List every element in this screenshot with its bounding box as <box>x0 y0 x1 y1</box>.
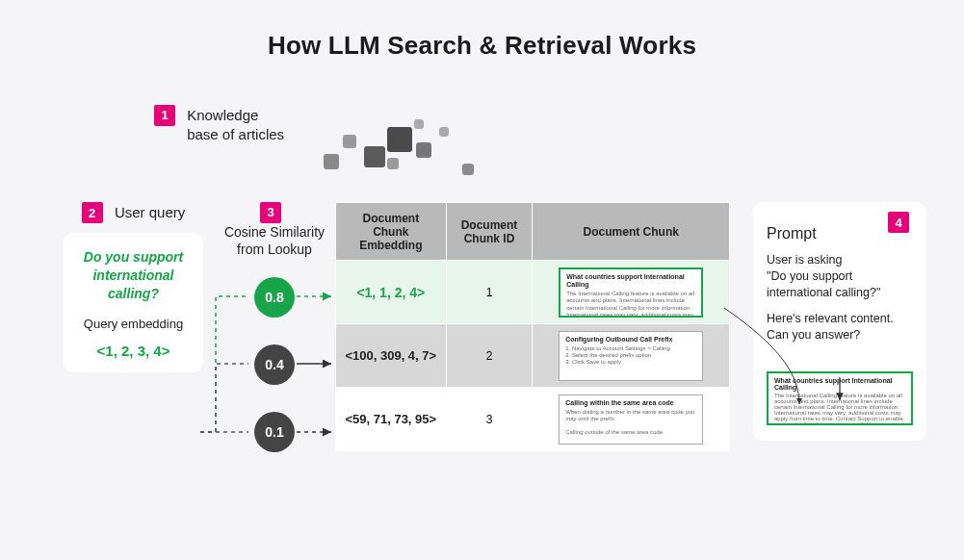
badge-2-icon: 2 <box>82 202 103 223</box>
row1-embedding: <1, 1, 2, 4> <box>356 285 425 300</box>
user-query-label: User query <box>115 204 185 220</box>
user-query-card: Do you support international calling? Qu… <box>64 233 203 372</box>
kb-square-icon <box>343 135 356 148</box>
document-chunk-table: Document Chunk Embedding Document Chunk … <box>335 202 730 451</box>
query-embedding-label: Query embedding <box>73 317 194 331</box>
row3-embedding: <59, 71, 73, 95> <box>345 412 436 426</box>
user-query-block: 2 User query Do you support internationa… <box>64 202 203 372</box>
kb-line2: base of articles <box>187 126 284 142</box>
row2-embedding: <100, 309, 4, 7> <box>345 348 436 363</box>
doc1-title: What countries support International Cal… <box>566 273 695 290</box>
kb-square-icon <box>387 127 412 152</box>
doc2-title: Configuring Outbound Call Prefix <box>565 336 696 344</box>
cosine-similarity-block: 3 Cosine Similarity from Lookup 0.8 0.4 … <box>217 202 332 452</box>
kb-square-icon <box>416 142 431 158</box>
col-id: Document Chunk ID <box>446 203 533 261</box>
table-row: <100, 309, 4, 7> 2 Configuring Outbound … <box>336 324 730 388</box>
badge-4-icon: 4 <box>888 212 909 233</box>
doc-filler: The International Calling feature is ava… <box>566 291 695 317</box>
prompt-line1: User is asking <box>767 253 843 267</box>
kb-square-icon <box>364 146 385 167</box>
doc-thumb-3: Calling within the same area code When d… <box>559 395 703 445</box>
cosine-line1: Cosine Similarity <box>224 224 325 240</box>
similarity-score-2: 0.4 <box>254 344 295 385</box>
row1-id: 1 <box>446 261 533 324</box>
badge-3-icon: 3 <box>260 202 281 223</box>
prompt-line2: "Do you support international calling?" <box>767 269 880 299</box>
doc-filler: The International Calling feature is ava… <box>774 393 903 425</box>
row2-id: 2 <box>446 324 533 388</box>
doc-thumb-2: Configuring Outbound Call Prefix 1. Navi… <box>559 331 703 381</box>
table-row: <1, 1, 2, 4> 1 What countries support In… <box>336 261 730 324</box>
row3-id: 3 <box>446 388 533 451</box>
similarity-score-3: 0.1 <box>254 412 295 452</box>
doc-thumb-1: What countries support International Cal… <box>559 267 703 318</box>
prompt-doc-title: What countries support International Cal… <box>774 377 905 391</box>
similarity-score-1: 0.8 <box>254 277 295 318</box>
user-query-text: Do you support international calling? <box>73 248 194 303</box>
prompt-doc-thumb: What countries support International Cal… <box>767 371 913 425</box>
query-embedding-value: <1, 2, 3, 4> <box>73 343 194 359</box>
step-1-label: 1 Knowledge base of articles <box>154 106 284 145</box>
col-chunk: Document Chunk <box>533 203 730 261</box>
kb-square-icon <box>324 154 339 169</box>
prompt-line3: Here's relevant content. Can you answer? <box>767 312 894 342</box>
kb-square-icon <box>387 158 399 169</box>
doc3-title: Calling within the same area code <box>565 399 696 407</box>
cosine-line2: from Lookup <box>237 242 312 257</box>
badge-1-icon: 1 <box>154 105 175 126</box>
col-embedding: Document Chunk Embedding <box>336 203 447 261</box>
kb-square-icon <box>439 127 449 137</box>
kb-line1: Knowledge <box>187 107 258 123</box>
prompt-block: 4 Prompt User is asking "Do you support … <box>753 202 926 441</box>
kb-square-icon <box>414 119 424 129</box>
kb-square-icon <box>462 164 474 175</box>
table-row: <59, 71, 73, 95> 3 Calling within the sa… <box>336 388 730 451</box>
page-title: How LLM Search & Retrieval Works <box>0 31 964 61</box>
